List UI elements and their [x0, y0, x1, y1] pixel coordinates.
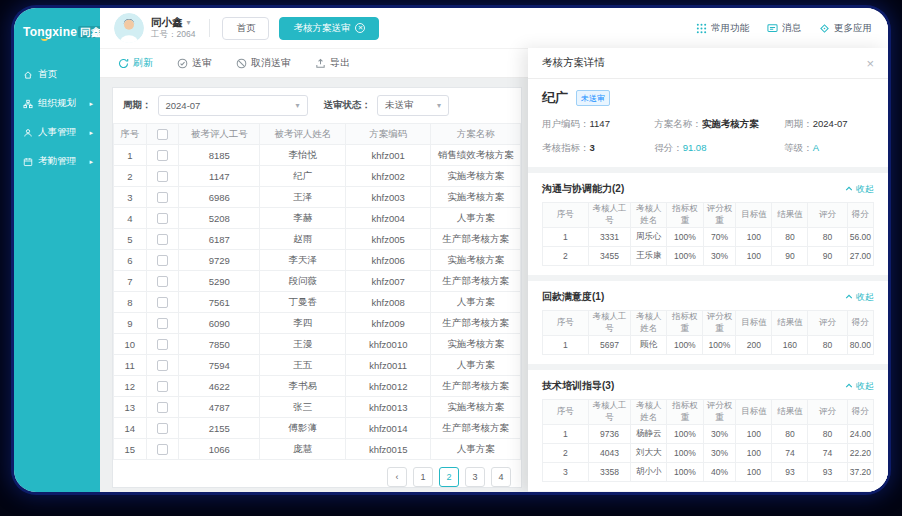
page-button[interactable]: 4 — [491, 467, 511, 487]
row-checkbox[interactable] — [157, 234, 168, 245]
collapse-link[interactable]: 收起 — [845, 183, 874, 196]
cancel-submit-button[interactable]: 取消送审 — [236, 56, 291, 70]
info-user-code: 用户编码：1147 — [542, 118, 654, 131]
table-row[interactable]: 12 4622 李书易 khfz0012 生产部考核方案 — [114, 376, 521, 397]
user-employee-id: 工号：2064 — [151, 29, 195, 40]
status-label: 送审状态： — [324, 99, 372, 112]
row-checkbox[interactable] — [157, 381, 168, 392]
chevron-up-icon — [845, 382, 853, 390]
topbar-actions: 常用功能 消息 更多应用 — [696, 22, 872, 35]
calendar-icon — [23, 157, 33, 167]
table-row[interactable]: 5 6187 赵雨 khfz005 生产部考核方案 — [114, 229, 521, 250]
table-row[interactable]: 8 7561 丁曼香 khfz008 人事方案 — [114, 292, 521, 313]
filter-bar: 周期： 2024-07 ▾ 送审状态： 未送审 ▾ — [113, 88, 521, 123]
person-name: 纪广 — [542, 89, 568, 107]
messages-button[interactable]: 消息 — [767, 22, 801, 35]
page-button[interactable]: 2 — [439, 467, 459, 487]
sidebar-item-org-planning[interactable]: 组织规划 ▸ — [14, 89, 100, 118]
export-button[interactable]: 导出 — [315, 56, 350, 70]
table-row[interactable]: 13 4787 张三 khfz0013 实施考核方案 — [114, 397, 521, 418]
row-checkbox[interactable] — [157, 318, 168, 329]
table-row[interactable]: 3 6986 王泽 khfz003 实施考核方案 — [114, 187, 521, 208]
check-circle-icon — [177, 58, 188, 69]
chevron-right-icon: ▸ — [89, 158, 93, 166]
row-checkbox[interactable] — [157, 255, 168, 266]
period-select[interactable]: 2024-07 ▾ — [158, 95, 308, 116]
tab-home[interactable]: 首页 — [222, 17, 269, 40]
section-row: 23455王乐康 100%30%100 909027.00 — [543, 247, 874, 266]
table-row[interactable]: 11 7594 王五 khfz0011 人事方案 — [114, 355, 521, 376]
export-icon — [315, 58, 326, 69]
row-checkbox[interactable] — [157, 423, 168, 434]
plans-card: 周期： 2024-07 ▾ 送审状态： 未送审 ▾ — [112, 87, 522, 488]
tab-plan-submission[interactable]: 考核方案送审 ✕ — [279, 17, 379, 40]
row-checkbox[interactable] — [157, 402, 168, 413]
work-area: 周期： 2024-07 ▾ 送审状态： 未送审 ▾ — [100, 78, 528, 492]
chevron-up-icon — [845, 293, 853, 301]
row-checkbox[interactable] — [157, 150, 168, 161]
section-title: 沟通与协调能力(2) — [542, 182, 624, 196]
info-plan-name: 方案名称：实施考核方案 — [654, 118, 784, 131]
table-row[interactable]: 2 1147 纪广 khfz002 实施考核方案 — [114, 166, 521, 187]
refresh-icon — [118, 58, 129, 69]
section-row: 15697顾伦 100%100%200 1608080.00 — [543, 336, 874, 355]
row-checkbox[interactable] — [157, 444, 168, 455]
section-row: 24043刘大大 100%30%100 747422.20 — [543, 444, 874, 463]
more-apps-button[interactable]: 更多应用 — [819, 22, 872, 35]
section-title: 技术培训指导(3) — [542, 379, 614, 393]
refresh-button[interactable]: 刷新 — [118, 56, 153, 70]
panel-title: 考核方案详情 — [542, 56, 605, 70]
table-row[interactable]: 4 5208 李赫 khfz004 人事方案 — [114, 208, 521, 229]
org-chart-icon — [23, 99, 33, 109]
table-row[interactable]: 6 9729 李天泽 khfz006 实施考核方案 — [114, 250, 521, 271]
user-block[interactable]: 同小鑫 ▾ 工号：2064 — [151, 16, 195, 40]
avatar-illustration — [114, 13, 144, 43]
row-checkbox[interactable] — [157, 213, 168, 224]
sidebar-item-hr[interactable]: 人事管理 ▸ — [14, 118, 100, 147]
table-row[interactable]: 14 2155 傅影薄 khfz0014 生产部考核方案 — [114, 418, 521, 439]
row-checkbox[interactable] — [157, 192, 168, 203]
ban-circle-icon — [236, 58, 247, 69]
collapse-link[interactable]: 收起 — [845, 380, 874, 393]
row-checkbox[interactable] — [157, 171, 168, 182]
collapse-link[interactable]: 收起 — [845, 291, 874, 304]
page-button[interactable]: 3 — [465, 467, 485, 487]
status-select[interactable]: 未送审 ▾ — [377, 95, 449, 116]
sidebar-item-label: 组织规划 — [38, 97, 76, 110]
row-checkbox[interactable] — [157, 276, 168, 287]
sidebar-item-label: 首页 — [38, 68, 57, 81]
status-badge: 未送审 — [576, 90, 610, 106]
section-row: 19736杨静云 100%30%100 808024.00 — [543, 425, 874, 444]
section-payment-satisfaction: 回款满意度(1) 收起 序号考核人工号考核人姓名指标权重评分权重目标值结果值评分… — [528, 281, 888, 364]
row-checkbox[interactable] — [157, 360, 168, 371]
table-row[interactable]: 15 1066 庞慧 khfz0015 人事方案 — [114, 439, 521, 460]
section-table: 序号考核人工号考核人姓名指标权重评分权重目标值结果值评分得分 13331周乐心 … — [542, 202, 874, 266]
close-icon[interactable]: × — [866, 57, 874, 70]
message-icon — [767, 23, 778, 34]
page-button[interactable]: 1 — [413, 467, 433, 487]
table-row[interactable]: 1 8185 李怡悦 khfz001 销售绩效考核方案 — [114, 145, 521, 166]
section-row: 33358胡小小 100%40%100 939337.20 — [543, 463, 874, 482]
prev-page-button[interactable]: ‹ — [387, 467, 407, 487]
plan-detail-panel: 考核方案详情 × 纪广 未送审 用户编码：1147 方案名称：实施考核方案 周期… — [528, 48, 888, 492]
table-row[interactable]: 9 6090 李四 khfz009 生产部考核方案 — [114, 313, 521, 334]
plans-table: 序号 被考评人工号 被考评人姓名 方案编码 方案名称 1 — [113, 123, 521, 460]
table-row[interactable]: 7 5290 段问薇 khfz007 生产部考核方案 — [114, 271, 521, 292]
select-all-checkbox[interactable] — [157, 129, 168, 140]
submit-review-button[interactable]: 送审 — [177, 56, 212, 70]
info-grade: 等级：A — [784, 142, 874, 155]
caret-down-icon: ▾ — [437, 101, 441, 110]
sidebar-item-attendance[interactable]: 考勤管理 ▸ — [14, 147, 100, 176]
sidebar-item-label: 人事管理 — [38, 126, 76, 139]
row-checkbox[interactable] — [157, 297, 168, 308]
table-row[interactable]: 10 7850 王漫 khfz0010 实施考核方案 — [114, 334, 521, 355]
tab-close-icon[interactable]: ✕ — [355, 23, 365, 33]
sidebar-item-home[interactable]: 首页 — [14, 60, 100, 89]
indicator-sections: 沟通与协调能力(2) 收起 序号考核人工号考核人姓名指标权重评分权重目标值结果值… — [528, 167, 888, 492]
row-checkbox[interactable] — [157, 339, 168, 350]
quick-functions-button[interactable]: 常用功能 — [696, 22, 749, 35]
chevron-up-icon — [845, 185, 853, 193]
panel-summary: 纪广 未送审 用户编码：1147 方案名称：实施考核方案 周期：2024-07 … — [528, 79, 888, 167]
period-label: 周期： — [123, 99, 152, 112]
user-avatar[interactable] — [114, 13, 144, 43]
